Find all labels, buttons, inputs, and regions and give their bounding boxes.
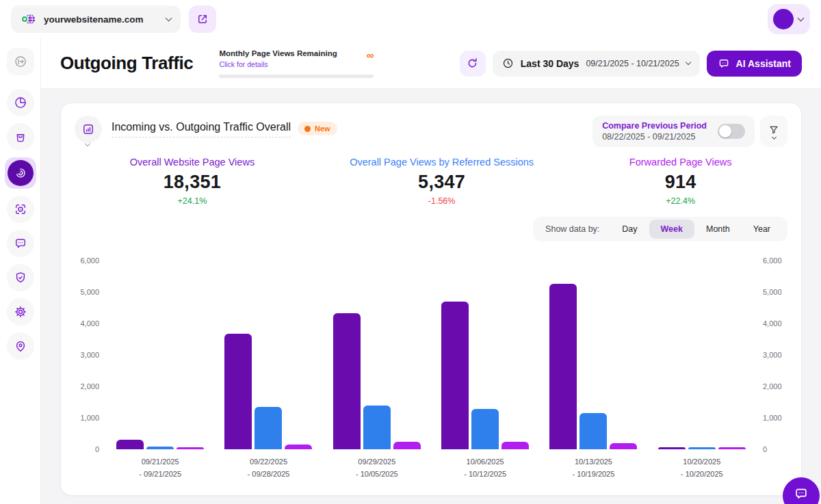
date-range-label: Last 30 Days: [521, 58, 579, 69]
bar[interactable]: [501, 442, 529, 450]
settings-gear-icon: [14, 305, 27, 319]
traffic-bar-chart: 6,0005,0004,0003,0002,0001,0000 09/21/20…: [75, 251, 787, 480]
sidebar-item-location[interactable]: [7, 332, 34, 360]
ai-assistant-label: AI Assistant: [736, 58, 791, 69]
infinity-icon: ∞: [367, 50, 374, 60]
quota-widget[interactable]: Monthly Page Views Remaining Click for d…: [219, 49, 374, 78]
y-axis-tick: 4,000: [80, 320, 99, 328]
bar[interactable]: [146, 447, 174, 449]
site-selector[interactable]: yourwebsitename.com: [11, 5, 181, 33]
bar[interactable]: [333, 313, 361, 449]
y-axis-tick: 1,000: [80, 414, 99, 422]
sidebar-item-traffic-active[interactable]: [5, 157, 36, 189]
bar[interactable]: [177, 447, 204, 450]
date-range-selector[interactable]: Last 30 Days 09/21/2025 - 10/21/2025: [493, 51, 700, 77]
refresh-icon: [466, 57, 479, 70]
y-axis-tick: 6,000: [763, 257, 782, 265]
sidebar-item-analytics[interactable]: [7, 89, 34, 116]
bar[interactable]: [363, 406, 391, 449]
ai-assistant-button[interactable]: AI Assistant: [707, 51, 802, 77]
metric-forwarded-page-views: Forwarded Page Views 914 +22.4%: [573, 157, 787, 206]
traffic-radar-icon: [8, 160, 34, 186]
bar[interactable]: [471, 409, 499, 449]
granularity-option-month[interactable]: Month: [694, 220, 742, 239]
y-axis-tick: 0: [763, 446, 767, 453]
metric-value: 5,347: [310, 172, 574, 193]
refresh-button[interactable]: [460, 51, 486, 77]
open-website-button[interactable]: [189, 5, 216, 33]
quota-details-link[interactable]: Click for details: [219, 60, 268, 68]
location-pin-icon: [14, 339, 27, 353]
chart-type-button[interactable]: [75, 116, 102, 143]
metric-delta: -1.56%: [310, 196, 574, 206]
bars: [549, 261, 637, 449]
filter-button[interactable]: [760, 116, 787, 147]
x-axis-label: 10/13/2025- 10/19/2025: [573, 456, 615, 480]
bar[interactable]: [579, 413, 607, 449]
toggle-knob: [719, 125, 731, 137]
metric-delta: +24.1%: [75, 196, 310, 206]
bar-group: 09/21/2025- 09/21/2025: [116, 261, 204, 480]
chevron-down-icon: [798, 15, 805, 22]
shield-check-icon: [14, 271, 27, 284]
granularity-option-day[interactable]: Day: [610, 220, 649, 239]
bar[interactable]: [658, 447, 686, 450]
site-name: yourwebsitename.com: [44, 14, 159, 25]
bar[interactable]: [549, 284, 577, 449]
sidebar-item-settings[interactable]: [7, 298, 34, 326]
bar-group: 10/20/2025- 10/20/2025: [658, 261, 746, 480]
bar[interactable]: [224, 334, 252, 449]
pie-chart-icon: [14, 96, 27, 109]
metric-overall-page-views: Overall Website Page Views 18,351 +24.1%: [75, 157, 310, 206]
collapse-sidebar-icon: [14, 55, 27, 68]
compare-toggle[interactable]: [718, 124, 745, 139]
bar[interactable]: [441, 302, 469, 449]
bar[interactable]: [393, 442, 421, 449]
bar[interactable]: [285, 445, 312, 449]
chevron-down-icon: [685, 59, 690, 65]
page-title: Outgoing Traffic: [60, 53, 193, 74]
scan-icon: [14, 202, 27, 216]
y-axis-tick: 5,000: [80, 289, 99, 296]
y-axis-tick: 2,000: [763, 383, 782, 390]
sidebar-item-store[interactable]: [7, 123, 34, 150]
metric-label: Overall Page Views by Referred Sessions: [310, 157, 574, 168]
sidebar: [0, 38, 41, 504]
sidebar-item-scan[interactable]: [7, 196, 34, 223]
bars: [333, 261, 421, 449]
avatar: [773, 9, 794, 29]
page-header: Outgoing Traffic Monthly Page Views Rema…: [41, 38, 821, 89]
bar[interactable]: [718, 447, 746, 450]
compare-previous-period: Compare Previous Period 08/22/2025 - 09/…: [592, 116, 755, 147]
y-axis-tick: 1,000: [763, 414, 782, 422]
quota-progress-bar: [219, 75, 374, 78]
granularity-option-year[interactable]: Year: [742, 220, 782, 239]
y-axis-tick: 5,000: [763, 289, 782, 296]
y-axis-tick: 3,000: [80, 352, 99, 359]
metric-delta: +22.4%: [573, 196, 787, 206]
metric-value: 18,351: [75, 172, 310, 193]
account-menu[interactable]: [768, 4, 810, 34]
metric-referred-sessions: Overall Page Views by Referred Sessions …: [310, 157, 574, 206]
x-axis-label: 09/21/2025- 09/21/2025: [139, 456, 181, 480]
sidebar-item-messages[interactable]: [7, 230, 34, 257]
bar-group: 10/06/2025- 10/12/2025: [441, 261, 529, 480]
granularity-options: DayWeekMonthYear: [610, 220, 782, 239]
sidebar-collapse-button[interactable]: [7, 48, 34, 75]
chat-bubble-icon: [14, 237, 27, 250]
bar-group: 10/13/2025- 10/19/2025: [549, 261, 637, 480]
shopping-bag-icon: [14, 130, 27, 144]
bar[interactable]: [688, 447, 716, 450]
globe-icon: [21, 12, 37, 26]
bar[interactable]: [116, 440, 144, 449]
sidebar-item-security[interactable]: [7, 264, 34, 291]
bar-group: 09/22/2025- 09/28/2025: [224, 261, 312, 480]
bar[interactable]: [610, 443, 637, 449]
granularity-option-week[interactable]: Week: [649, 220, 694, 239]
funnel-icon: [768, 124, 779, 135]
bar[interactable]: [255, 407, 282, 449]
chevron-down-icon: [85, 141, 90, 146]
chart-axis-left: 6,0005,0004,0003,0002,0001,0000: [75, 261, 106, 449]
date-range-value: 09/21/2025 - 10/21/2025: [586, 59, 679, 68]
clock-icon: [502, 57, 514, 69]
